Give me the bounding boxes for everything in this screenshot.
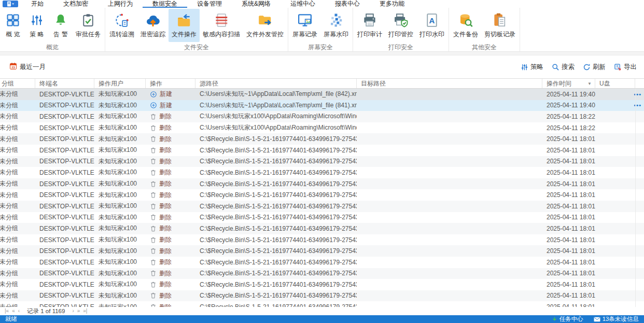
table-row-8[interactable]: 未分组DESKTOP-VLKTLE1未知玩家x100删除C:\$Recycle.… — [0, 178, 644, 190]
table-row-19[interactable]: 未分组DESKTOP-VLKTLE1未知玩家x100删除C:\$Recycle.… — [0, 301, 644, 307]
trash-icon — [150, 147, 157, 154]
filter-arrow-icon[interactable]: ▼ — [587, 81, 592, 86]
cell-4: C:\$Recycle.Bin\S-1-5-21-1619774401-6349… — [195, 270, 357, 277]
app-menu-button[interactable] — [3, 1, 18, 7]
page-nav-right-0[interactable]: › — [71, 307, 75, 315]
table-row-14[interactable]: 未分组DESKTOP-VLKTLE1未知玩家x100删除C:\$Recycle.… — [0, 245, 644, 257]
operation-label: 删除 — [159, 280, 172, 289]
table-row-13[interactable]: 未分组DESKTOP-VLKTLE1未知玩家x100删除C:\$Recycle.… — [0, 234, 644, 246]
ribbon-button-2-1[interactable]: 屏幕水印 — [320, 9, 352, 42]
table-row-10[interactable]: 未分组DESKTOP-VLKTLE1未知玩家x100删除C:\$Recycle.… — [0, 201, 644, 212]
menu-tab-5[interactable]: 系统&网络 — [232, 0, 281, 8]
column-header-1[interactable]: 终端名 — [35, 79, 94, 88]
cell-2: 未知玩家x100 — [94, 258, 146, 266]
column-header-0[interactable]: 分组 — [0, 79, 35, 88]
table-row-7[interactable]: 未分组DESKTOP-VLKTLE1未知玩家x100删除C:\$Recycle.… — [0, 167, 644, 178]
operation-label: 删除 — [159, 168, 172, 177]
table-row-15[interactable]: 未分组DESKTOP-VLKTLE1未知玩家x100删除C:\$Recycle.… — [0, 257, 644, 268]
table-row-0[interactable]: 未分组DESKTOP-VLKTLE1未知玩家x100新建C:\Users\未知玩… — [0, 89, 644, 100]
menu-tab-3[interactable]: 数据安全 — [143, 0, 187, 8]
table-row-3[interactable]: 未分组DESKTOP-VLKTLE1未知玩家x100删除C:\Users\未知玩… — [0, 122, 644, 134]
table-row-12[interactable]: 未分组DESKTOP-VLKTLE1未知玩家x100删除C:\$Recycle.… — [0, 223, 644, 234]
trash-icon — [150, 158, 157, 165]
menu-tab-2[interactable]: 上网行为 — [98, 0, 143, 8]
ribbon-button-3-1[interactable]: 打印管控 — [385, 9, 416, 42]
menu-tab-6[interactable]: 运维中心 — [281, 0, 325, 8]
menu-tab-4[interactable]: 设备管理 — [187, 0, 232, 8]
page-nav-right-1[interactable]: » — [76, 307, 82, 315]
menu-tab-7[interactable]: 报表中心 — [325, 0, 370, 8]
table-row-4[interactable]: 未分组DESKTOP-VLKTLE1未知玩家x100删除C:\$Recycle.… — [0, 133, 644, 145]
page-nav-left-1[interactable]: « — [10, 307, 17, 315]
tool-1-button[interactable]: 搜索 — [552, 63, 575, 72]
ribbon-button-1-4[interactable]: 文件外发管控 — [243, 9, 287, 42]
table-row-6[interactable]: 未分组DESKTOP-VLKTLE1未知玩家x100删除C:\$Recycle.… — [0, 156, 644, 167]
ribbon-button-0-0[interactable]: 概 览 — [1, 9, 25, 42]
table-row-5[interactable]: 未分组DESKTOP-VLKTLE1未知玩家x100删除C:\$Recycle.… — [0, 145, 644, 156]
ribbon-button-0-2[interactable]: 告 警 — [49, 9, 73, 42]
menu-tab-8[interactable]: 更多功能 — [370, 0, 414, 8]
menu-tab-0[interactable]: 开始 — [21, 0, 53, 8]
tool-label: 策略 — [530, 63, 543, 72]
operation-label: 删除 — [159, 112, 172, 121]
ribbon-group-buttons: 流转追溯泄密追踪文件操作敏感内容扫描文件外发管控 — [106, 9, 287, 42]
table-row-17[interactable]: 未分组DESKTOP-VLKTLE1未知玩家x100删除C:\$Recycle.… — [0, 279, 644, 290]
ribbon-button-0-3[interactable]: 审批任务 — [73, 9, 104, 42]
page-nav-left-2[interactable]: ‹ — [17, 307, 21, 315]
ribbon-button-1-2[interactable]: 文件操作 — [169, 9, 200, 42]
table-row-16[interactable]: 未分组DESKTOP-VLKTLE1未知玩家x100删除C:\$Recycle.… — [0, 268, 644, 279]
ribbon-button-0-1[interactable]: 策 略 — [25, 9, 49, 42]
printer-icon — [362, 12, 377, 28]
task-center-button[interactable]: 任务中心 — [552, 315, 583, 323]
ribbon-button-3-2[interactable]: A打印水印 — [416, 9, 447, 42]
page-nav-left-0[interactable]: |« — [3, 307, 10, 315]
clipboard-doc-icon — [492, 12, 508, 28]
table-row-11[interactable]: 未分组DESKTOP-VLKTLE1未知玩家x100删除C:\$Recycle.… — [0, 212, 644, 223]
table-row-2[interactable]: 未分组DESKTOP-VLKTLE1未知玩家x100删除C:\Users\未知玩… — [0, 111, 644, 122]
ribbon-button-1-1[interactable]: 泄密追踪 — [137, 9, 169, 42]
column-header-6[interactable]: 操作时间▼ — [542, 79, 595, 88]
cell-3: 删除 — [146, 146, 195, 155]
column-header-4[interactable]: 源路径 — [195, 79, 357, 88]
table-row-18[interactable]: 未分组DESKTOP-VLKTLE1未知玩家x100删除C:\$Recycle.… — [0, 290, 644, 302]
tool-2-button[interactable]: 刷新 — [583, 63, 606, 72]
table-row-9[interactable]: 未分组DESKTOP-VLKTLE1未知玩家x100删除C:\$Recycle.… — [0, 189, 644, 201]
ribbon-button-1-3[interactable]: 敏感内容扫描 — [200, 9, 243, 42]
page-nav-right-2[interactable]: »| — [81, 307, 89, 315]
menu-tab-1[interactable]: 文档加密 — [53, 0, 98, 8]
tool-3-button[interactable]: 导出 — [614, 63, 637, 72]
column-header-7[interactable]: U盘 — [595, 79, 635, 88]
ribbon-button-4-0[interactable]: 文件备份 — [450, 9, 481, 42]
trash-icon — [150, 303, 157, 307]
svg-text:23: 23 — [11, 66, 15, 69]
cell-3: 删除 — [146, 269, 195, 278]
ribbon-button-2-0[interactable]: 屏幕记录 — [289, 9, 320, 42]
cell-1: DESKTOP-VLKTLE1 — [35, 191, 94, 199]
cell-1: DESKTOP-VLKTLE1 — [35, 203, 94, 210]
cell-0: 未分组 — [0, 202, 35, 210]
cell-6: 2025-04-11 18:01:38 — [542, 135, 595, 143]
cell-6: 2025-04-11 19:40:27 — [542, 91, 595, 98]
ribbon-group-buttons: 概 览策 略告 警审批任务 — [1, 9, 104, 42]
operation-label: 删除 — [159, 202, 172, 210]
plus-icon — [150, 102, 157, 109]
column-header-label: U盘 — [599, 79, 610, 88]
column-header-label: 目标路径 — [361, 79, 386, 88]
cell-1: DESKTOP-VLKTLE1 — [35, 247, 94, 255]
ribbon-button-label: 文件外发管控 — [246, 30, 284, 39]
tool-0-button[interactable]: 策略 — [521, 63, 543, 72]
trash-icon — [150, 292, 157, 299]
trash-icon — [150, 270, 157, 277]
ribbon-button-1-0[interactable]: 流转追溯 — [106, 9, 137, 42]
ribbon-button-4-1[interactable]: 剪切板记录 — [481, 9, 519, 42]
unread-messages-button[interactable]: 13条未读信息 — [594, 315, 639, 323]
table-row-1[interactable]: 未分组DESKTOP-VLKTLE1未知玩家x100新建C:\Users\未知玩… — [0, 100, 644, 111]
folder-out-icon — [257, 12, 273, 28]
column-header-5[interactable]: 目标路径 — [357, 79, 542, 88]
ribbon-button-3-0[interactable]: 打印审计 — [354, 9, 385, 42]
date-range-filter[interactable]: 23 最近一月 — [9, 62, 46, 72]
column-header-2[interactable]: 操作用户 — [94, 79, 146, 88]
cell-2: 未知玩家x100 — [94, 280, 146, 289]
folder-back-icon — [176, 12, 192, 28]
column-header-3[interactable]: 操作 — [146, 79, 195, 88]
